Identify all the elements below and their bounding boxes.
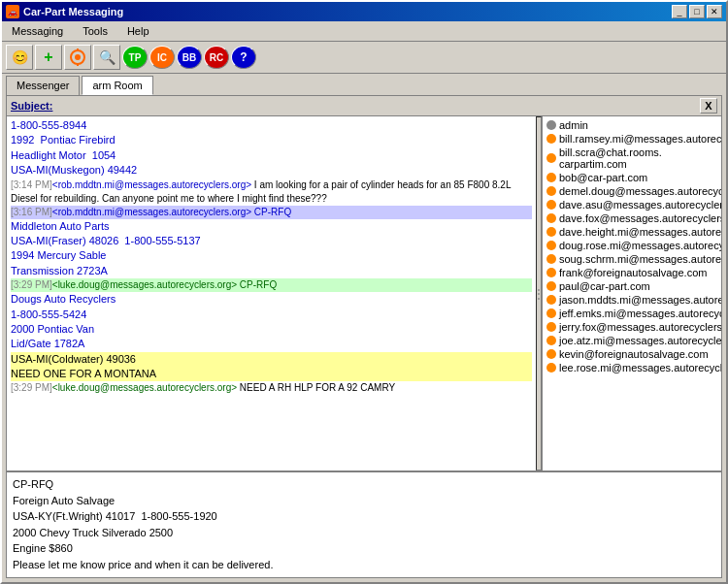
close-button[interactable]: ✕ (707, 5, 722, 18)
user-name: paul@car-part.com (559, 280, 650, 292)
user-name: soug.schrm.mi@messages.autorecyclers.org (559, 253, 721, 265)
user-status-icon (546, 363, 556, 373)
toolbar: 😊 + 🔍 TP IC BB RC ? (2, 42, 726, 74)
chat-header: Subject: X (7, 96, 721, 116)
user-name: kevin@foreignautosalvage.com (559, 348, 709, 360)
user-status-icon (546, 200, 556, 210)
preview-line: CP-RFQ (13, 476, 715, 493)
list-item: [3:29 PM]<luke.doug@messages.autorecycle… (11, 278, 532, 292)
ic-button[interactable]: IC (149, 46, 175, 69)
user-item: frank@foreignautosalvage.com (545, 266, 719, 279)
user-item: doug.rose.mi@messages.autorecyclers.org (545, 239, 719, 252)
user-name: dave.height.mi@messages.autorecyclers.or… (559, 226, 721, 238)
chat-messages[interactable]: 1-800-555-8944 1992 Pontiac Firebird Hea… (7, 116, 536, 470)
user-item: dave.asu@messages.autorecyclers.org (545, 198, 719, 211)
user-name: demel.doug@messages.autorecyclers.org (559, 185, 721, 197)
menu-messaging[interactable]: Messaging (6, 23, 69, 39)
user-list[interactable]: admin bill.ramsey.mi@messages.autorecycl… (542, 116, 721, 470)
chat-main: 1-800-555-8944 1992 Pontiac Firebird Hea… (7, 116, 721, 470)
user-status-icon (546, 173, 556, 182)
rc-button[interactable]: RC (204, 46, 229, 69)
tab-arm-room[interactable]: arm Room (82, 76, 152, 95)
user-status-icon (546, 120, 556, 130)
user-status-icon (546, 153, 556, 163)
preview-line: Please let me know price and when it can… (13, 557, 715, 573)
user-status-icon (546, 295, 556, 305)
user-name: doug.rose.mi@messages.autorecyclers.org (559, 240, 721, 251)
user-name: jeff.emks.mi@messages.autorecyclers.org (559, 308, 721, 319)
list-item: USA-MI(Fraser) 48026 1-800-555-5137 (11, 234, 532, 248)
user-item: jeff.emks.mi@messages.autorecyclers.org (545, 307, 719, 320)
list-item: 1992 Pontiac Firebird (11, 133, 532, 147)
list-item: [3:29 PM]<luke.doug@messages.autorecycle… (11, 381, 532, 395)
help-button[interactable]: ? (231, 46, 256, 69)
user-item: bill.ramsey.mi@messages.autorecyclers.or… (545, 132, 719, 146)
user-status-icon (546, 281, 556, 291)
user-item: lee.rose.mi@messages.autorecyclers.org (545, 361, 719, 374)
minimize-button[interactable]: _ (672, 5, 687, 18)
list-item: USA-MI(Coldwater) 49036 (11, 352, 532, 367)
user-name: dave.asu@messages.autorecyclers.org (559, 199, 721, 211)
settings-button[interactable] (64, 45, 91, 70)
tab-bar: Messenger arm Room (2, 74, 726, 95)
user-name: bill.scra@chat.rooms. carpartim.com (559, 146, 717, 170)
list-item: [3:16 PM]<rob.mddtn.mi@messages.autorecy… (11, 206, 532, 219)
user-item: jerry.fox@messages.autorecyclers.org (545, 320, 719, 334)
app-icon: 🚗 (6, 5, 19, 18)
user-status-icon (546, 322, 556, 332)
user-name: dave.fox@messages.autorecyclers.org (559, 212, 721, 224)
tab-messenger[interactable]: Messenger (6, 76, 80, 95)
window-title: Car-Part Messaging (23, 6, 123, 17)
list-item: USA-MI(Muskegon) 49442 (11, 163, 532, 178)
user-name: frank@foreignautosalvage.com (559, 267, 707, 278)
list-item: 2000 Pontiac Van (11, 322, 532, 337)
preview-line: USA-KY(Ft.Wright) 41017 1-800-555-1920 (13, 508, 715, 525)
chat-close-button[interactable]: X (700, 98, 717, 114)
user-item: demel.doug@messages.autorecyclers.org (545, 184, 719, 198)
user-status-icon (546, 308, 556, 318)
menu-help[interactable]: Help (121, 23, 155, 39)
title-bar: 🚗 Car-Part Messaging _ □ ✕ (2, 2, 726, 21)
menu-tools[interactable]: Tools (77, 23, 114, 39)
user-name: joe.atz.mi@messages.autorecyclers.org (559, 335, 721, 346)
user-status-icon (546, 349, 556, 359)
list-item: NEED ONE FOR A MONTANA (11, 367, 532, 381)
tp-button[interactable]: TP (122, 46, 148, 69)
list-item: 1-800-555-8944 (11, 118, 532, 133)
preview-line: 2000 Chevy Truck Silverado 2500 (13, 525, 715, 541)
list-item: Lid/Gate 1782A (11, 337, 532, 351)
search-button[interactable]: 🔍 (93, 45, 120, 70)
user-status-icon (546, 254, 556, 264)
preview-line: Engine $860 (13, 540, 715, 557)
user-name: jason.mddts.mi@messages.autorecyclers.or… (559, 294, 721, 306)
title-controls: _ □ ✕ (672, 5, 722, 18)
preview-area: CP-RFQ Foreign Auto Salvage USA-KY(Ft.Wr… (7, 470, 721, 577)
menu-bar: Messaging Tools Help (2, 21, 726, 42)
bb-button[interactable]: BB (177, 46, 202, 69)
user-item: bob@car-part.com (545, 171, 719, 184)
add-button[interactable]: + (35, 45, 62, 70)
user-item: jason.mddts.mi@messages.autorecyclers.or… (545, 293, 719, 307)
user-item: admin (545, 118, 719, 132)
user-name: lee.rose.mi@messages.autorecyclers.org (559, 362, 721, 373)
user-item: paul@car-part.com (545, 279, 719, 293)
title-bar-left: 🚗 Car-Part Messaging (6, 5, 123, 18)
smiley-button[interactable]: 😊 (6, 45, 33, 70)
list-item: Middleton Auto Parts (11, 219, 532, 234)
svg-point-0 (75, 54, 81, 60)
user-name: bill.ramsey.mi@messages.autorecyclers.or… (559, 133, 721, 145)
list-item: Headlight Motor 1054 (11, 148, 532, 163)
main-window: 🚗 Car-Part Messaging _ □ ✕ Messaging Too… (0, 0, 728, 584)
user-name: bob@car-part.com (559, 172, 647, 183)
user-item: bill.scra@chat.rooms. carpartim.com (545, 146, 719, 171)
list-item: Dougs Auto Recyclers (11, 292, 532, 307)
user-status-icon (546, 241, 556, 250)
user-item: dave.fox@messages.autorecyclers.org (545, 211, 719, 225)
list-item: 1994 Mercury Sable (11, 248, 532, 263)
user-status-icon (546, 213, 556, 223)
maximize-button[interactable]: □ (689, 5, 705, 18)
list-item: Transmission 2723A (11, 264, 532, 278)
subject-label: Subject: (11, 100, 52, 112)
list-item: [3:14 PM]<rob.mddtn.mi@messages.autorecy… (11, 178, 532, 206)
user-status-icon (546, 268, 556, 277)
